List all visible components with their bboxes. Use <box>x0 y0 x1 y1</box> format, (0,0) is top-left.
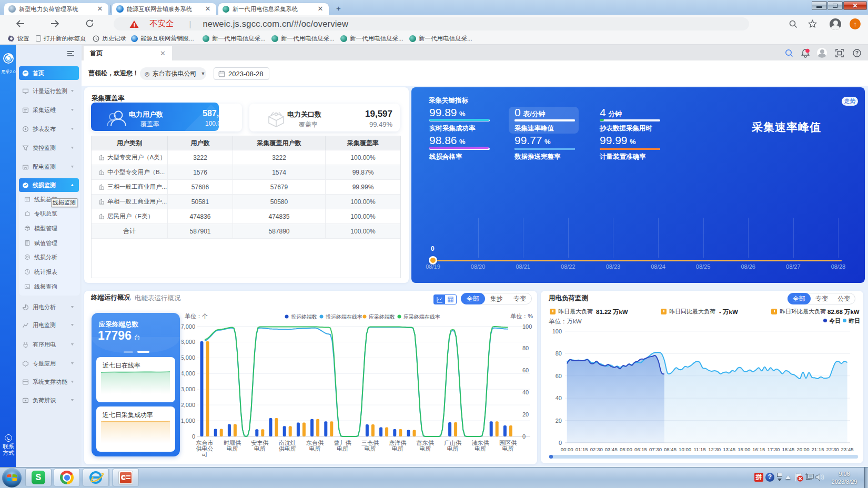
svg-text:100: 100 <box>522 323 532 330</box>
svg-text:20:00: 20:00 <box>796 446 809 452</box>
svg-text:60: 60 <box>522 367 529 373</box>
svg-text:100: 100 <box>552 328 562 334</box>
svg-text:4,000: 4,000 <box>181 370 195 377</box>
svg-text:80: 80 <box>556 350 562 357</box>
svg-text:单位：%: 单位：% <box>510 313 533 319</box>
svg-text:21:15: 21:15 <box>811 446 824 452</box>
svg-text:7,000: 7,000 <box>181 323 195 330</box>
svg-text:02:30: 02:30 <box>590 446 603 452</box>
svg-text:80: 80 <box>522 345 529 351</box>
svg-text:应采终端在线率: 应采终端在线率 <box>403 314 440 320</box>
svg-text:电所: 电所 <box>309 445 321 452</box>
svg-text:18:45: 18:45 <box>782 446 794 452</box>
svg-text:05:00: 05:00 <box>620 446 632 452</box>
svg-text:00:00: 00:00 <box>561 446 573 452</box>
svg-text:06:15: 06:15 <box>634 446 647 452</box>
svg-text:10:00: 10:00 <box>679 446 691 452</box>
svg-text:40: 40 <box>556 395 562 401</box>
svg-text:电所: 电所 <box>254 445 266 452</box>
svg-text:电所: 电所 <box>475 445 486 452</box>
svg-text:供电所: 供电所 <box>279 445 296 452</box>
svg-text:投运终端在线率: 投运终端在线率 <box>326 314 362 320</box>
svg-text:15:00: 15:00 <box>738 446 750 452</box>
svg-text:电所: 电所 <box>447 445 459 452</box>
svg-text:电所: 电所 <box>502 445 513 452</box>
svg-text:60: 60 <box>556 373 562 379</box>
svg-text:单位：个: 单位：个 <box>185 313 208 319</box>
svg-text:5,000: 5,000 <box>181 354 195 361</box>
svg-text:03:45: 03:45 <box>605 446 618 452</box>
svg-text:司: 司 <box>202 451 208 458</box>
svg-text:应采终端数: 应采终端数 <box>369 314 395 320</box>
svg-text:23:45: 23:45 <box>841 446 854 452</box>
svg-text:11:15: 11:15 <box>693 446 705 452</box>
svg-text:电所: 电所 <box>364 445 376 452</box>
svg-text:13:45: 13:45 <box>723 446 735 452</box>
svg-text:08:45: 08:45 <box>664 446 677 452</box>
svg-text:0: 0 <box>522 433 526 440</box>
svg-text:3,000: 3,000 <box>181 386 195 392</box>
svg-text:12:30: 12:30 <box>708 446 721 452</box>
svg-text:20: 20 <box>522 411 529 418</box>
svg-text:07:30: 07:30 <box>649 446 662 452</box>
svg-text:投运终端数: 投运终端数 <box>291 314 317 320</box>
svg-text:22:30: 22:30 <box>826 446 839 452</box>
svg-text:电所: 电所 <box>392 445 403 452</box>
svg-text:电所: 电所 <box>419 445 431 452</box>
svg-text:2,000: 2,000 <box>181 402 195 408</box>
svg-text:1,000: 1,000 <box>181 418 195 424</box>
svg-text:电所: 电所 <box>226 445 238 452</box>
svg-text:01:15: 01:15 <box>576 446 588 452</box>
svg-text:0: 0 <box>192 433 195 440</box>
svg-text:6,000: 6,000 <box>181 339 195 345</box>
svg-text:0: 0 <box>559 440 562 446</box>
svg-text:电所: 电所 <box>337 445 348 452</box>
svg-text:20: 20 <box>556 418 562 424</box>
svg-text:40: 40 <box>522 389 529 395</box>
svg-text:17:30: 17:30 <box>767 446 780 452</box>
svg-text:16:15: 16:15 <box>752 446 765 452</box>
